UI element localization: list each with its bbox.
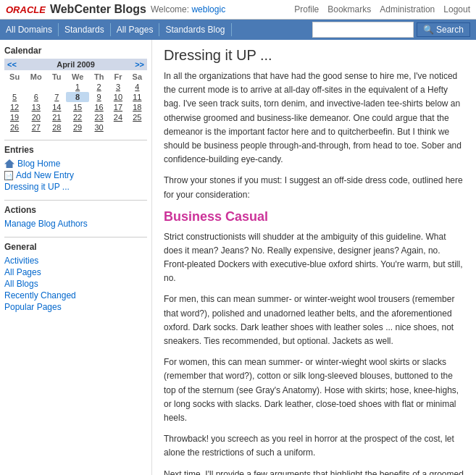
post-title: Dressing it UP ... — [164, 47, 464, 64]
add-new-entry-link[interactable]: 📄 Add New Entry — [4, 169, 147, 181]
welcome-user-link[interactable]: weblogic — [191, 4, 225, 14]
search-input[interactable] — [312, 22, 414, 38]
cal-week-5: 26 27 28 29 30 — [4, 122, 147, 133]
post-section-title: Business Casual — [164, 209, 464, 224]
actions-section-title: Actions — [4, 200, 147, 215]
recently-changed-link[interactable]: Recently Changed — [4, 290, 147, 301]
welcome-text: Welcome: weblogic — [151, 4, 225, 14]
cal-week-4: 19 20 21 22 23 24 25 — [4, 112, 147, 122]
dressing-entry-link[interactable]: Dressing it UP ... — [4, 181, 147, 193]
cal-header-fr: Fr — [109, 72, 127, 82]
administration-link[interactable]: Administration — [380, 4, 435, 14]
cal-week-2: 5 6 7 8 9 10 11 — [4, 92, 147, 102]
nav-all-domains[interactable]: All Domains — [6, 23, 59, 36]
calendar-table: Su Mo Tu We Th Fr Sa 1 2 3 4 5 6 7 8 9 — [4, 72, 147, 133]
search-icon: 🔍 — [423, 25, 434, 35]
calendar-month: April 2009 — [57, 60, 95, 69]
calendar-next[interactable]: >> — [135, 60, 144, 69]
layout: Calendar << April 2009 >> Su Mo Tu We Th… — [0, 40, 476, 475]
post-body-1: In all the organizations that have had t… — [164, 70, 464, 167]
header-right: Profile Bookmarks Administration Logout — [294, 4, 470, 14]
cal-header-tu: Tu — [47, 72, 66, 82]
general-section-title: General — [4, 237, 147, 252]
cal-header-mo: Mo — [25, 72, 47, 82]
nav-all-pages[interactable]: All Pages — [111, 23, 160, 36]
all-blogs-link[interactable]: All Blogs — [4, 278, 147, 290]
entries-section-title: Entries — [4, 140, 147, 155]
post-body-7: Next time, I'll provide a few arguments … — [164, 468, 464, 476]
oracle-logo: ORACLE — [6, 4, 46, 15]
post-body-2: Throw your stones if you must: I suggest… — [164, 174, 464, 201]
navbar: All Domains Standards All Pages Standard… — [0, 20, 476, 40]
calendar-nav: << April 2009 >> — [4, 59, 147, 70]
search-button[interactable]: 🔍 Search — [417, 22, 470, 37]
calendar-title: Calendar — [4, 46, 147, 56]
logout-link[interactable]: Logout — [443, 4, 470, 14]
sidebar: Calendar << April 2009 >> Su Mo Tu We Th… — [0, 40, 152, 475]
nav-standards-blog[interactable]: Standards Blog — [159, 23, 231, 36]
cal-header-sa: Sa — [128, 72, 147, 82]
search-label: Search — [436, 25, 464, 35]
search-bar: 🔍 Search — [312, 22, 470, 38]
cal-header-su: Su — [4, 72, 25, 82]
all-pages-link[interactable]: All Pages — [4, 266, 147, 278]
header-left: ORACLE WebCenter Blogs Welcome: weblogic — [6, 3, 225, 16]
header: ORACLE WebCenter Blogs Welcome: weblogic… — [0, 0, 476, 20]
doc-icon: 📄 — [4, 171, 13, 180]
activities-link[interactable]: Activities — [4, 255, 147, 266]
bookmarks-link[interactable]: Bookmarks — [327, 4, 371, 14]
home-icon — [4, 159, 14, 168]
cal-header-th: Th — [89, 72, 109, 82]
post-body-3: Strict constructionists will shudder at … — [164, 230, 464, 286]
post-body-5: For women, this can mean summer- or wint… — [164, 356, 464, 425]
post-body-4: For men, this can mean summer- or winter… — [164, 293, 464, 348]
popular-pages-link[interactable]: Popular Pages — [4, 301, 147, 313]
cal-week-3: 12 13 14 15 16 17 18 — [4, 102, 147, 112]
calendar-prev[interactable]: << — [7, 60, 17, 69]
cal-header-we: We — [66, 72, 89, 82]
site-title: WebCenter Blogs — [50, 3, 146, 16]
post-body-6: Throwback! you screech as you reel in ho… — [164, 432, 464, 460]
manage-blog-authors-link[interactable]: Manage Blog Authors — [4, 218, 147, 230]
main-content: Dressing it UP ... In all the organizati… — [152, 40, 476, 475]
blog-home-link[interactable]: Blog Home — [4, 158, 147, 169]
cal-week-1: 1 2 3 4 — [4, 82, 147, 92]
nav-standards[interactable]: Standards — [59, 23, 111, 36]
profile-link[interactable]: Profile — [294, 4, 319, 14]
